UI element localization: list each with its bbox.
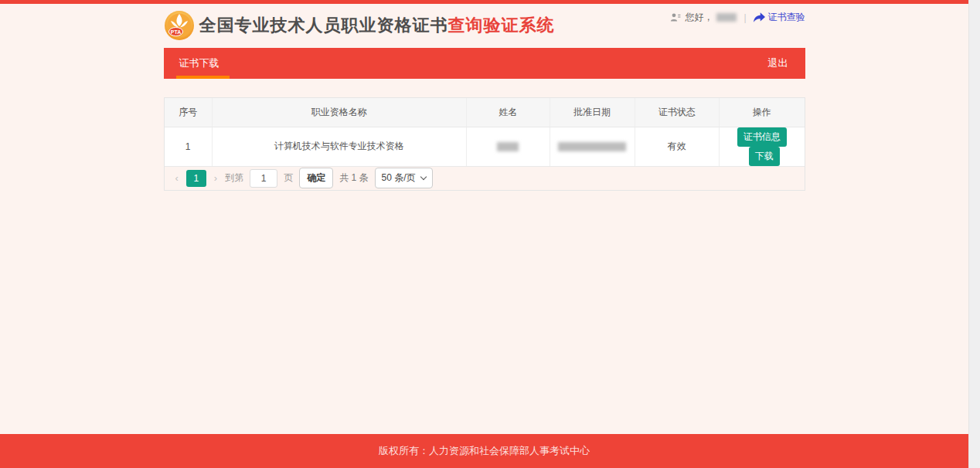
- verify-link-label: 证书查验: [768, 11, 805, 24]
- header-operations: 操作: [720, 98, 805, 127]
- logout-button[interactable]: 退出: [768, 56, 805, 70]
- redacted-user-name: [716, 13, 737, 22]
- brand: PTA 全国专业技术人员职业资格证书查询验证系统: [164, 10, 555, 41]
- site-header: PTA 全国专业技术人员职业资格证书查询验证系统 您好， |: [164, 4, 805, 48]
- cell-approval-date: [550, 127, 635, 166]
- current-page-button[interactable]: 1: [186, 170, 206, 187]
- header-qualification: 职业资格名称: [212, 98, 466, 127]
- goto-label: 到第: [225, 171, 243, 185]
- cell-index: 1: [165, 127, 213, 166]
- table-header-row: 序号 职业资格名称 姓名 批准日期 证书状态 操作: [165, 98, 805, 127]
- certificate-info-button[interactable]: 证书信息: [737, 127, 787, 147]
- header-status: 证书状态: [635, 98, 720, 127]
- confirm-button[interactable]: 确定: [299, 168, 333, 188]
- page-size-select[interactable]: 50 条/页: [375, 168, 433, 188]
- greeting-text: 您好，: [685, 11, 713, 24]
- separator: |: [740, 12, 749, 23]
- title-accent: 查询验证系统: [448, 15, 555, 35]
- tab-certificate-download[interactable]: 证书下载: [164, 48, 235, 79]
- cell-operations: 证书信息 下载: [720, 127, 805, 166]
- title-main: 全国专业技术人员职业资格证书: [199, 15, 448, 35]
- svg-text:PTA: PTA: [170, 29, 180, 35]
- vertical-scrollbar[interactable]: [968, 0, 980, 468]
- pagination-bar: ‹ 1 › 到第 页 确定 共 1 条 50 条/页: [165, 167, 805, 190]
- footer: 版权所有：人力资源和社会保障部人事考试中心: [0, 434, 968, 468]
- page-title: 全国专业技术人员职业资格证书查询验证系统: [199, 14, 555, 37]
- next-page-button[interactable]: ›: [213, 172, 219, 184]
- chevron-down-icon: [420, 174, 426, 180]
- redacted-date: [558, 142, 626, 151]
- user-info: 您好， | 证书查验: [670, 11, 805, 24]
- pta-logo-icon: PTA: [164, 10, 195, 41]
- page-label: 页: [284, 171, 293, 185]
- certificate-verify-link[interactable]: 证书查验: [754, 11, 805, 24]
- cell-qualification: 计算机技术与软件专业技术资格: [212, 127, 466, 166]
- table-row: 1 计算机技术与软件专业技术资格 有效 证书信息 下载: [165, 127, 805, 166]
- redacted-name: [497, 142, 519, 151]
- download-button[interactable]: 下载: [749, 147, 780, 166]
- header-approval-date: 批准日期: [550, 98, 635, 127]
- tab-label: 证书下载: [179, 57, 219, 69]
- page: PTA 全国专业技术人员职业资格证书查询验证系统 您好， |: [0, 0, 968, 468]
- total-count-label: 共 1 条: [339, 171, 368, 185]
- copyright-text: 版权所有：人力资源和社会保障部人事考试中心: [379, 444, 590, 458]
- prev-page-button[interactable]: ‹: [174, 172, 180, 184]
- certificate-table-panel: 序号 职业资格名称 姓名 批准日期 证书状态 操作 1 计算机技术与软件专业技术…: [164, 97, 805, 191]
- page-size-value: 50 条/页: [382, 171, 416, 185]
- header-index: 序号: [165, 98, 213, 127]
- header-name: 姓名: [466, 98, 550, 127]
- active-tab-underline: [176, 76, 230, 79]
- certificate-table: 序号 职业资格名称 姓名 批准日期 证书状态 操作 1 计算机技术与软件专业技术…: [165, 98, 805, 167]
- cell-name: [466, 127, 550, 166]
- main-nav: 证书下载 退出: [164, 48, 805, 79]
- cell-status: 有效: [635, 127, 720, 166]
- user-icon: [670, 12, 681, 23]
- goto-page-input[interactable]: [250, 169, 277, 188]
- share-arrow-icon: [754, 12, 765, 22]
